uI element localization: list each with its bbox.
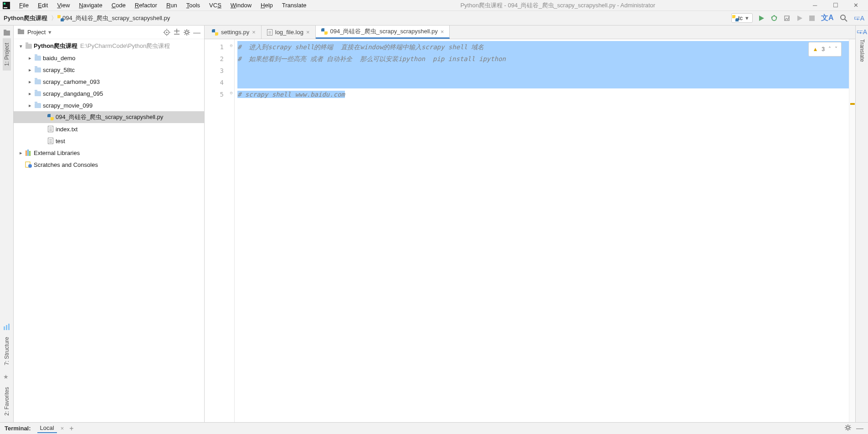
tree-item[interactable]: ▸scrapy_carhome_093 xyxy=(14,76,204,88)
project-tree[interactable]: ▾ Python爬虫课程 E:\PyCharmCode\Python爬虫课程 ▸… xyxy=(14,39,204,422)
tree-root-name: Python爬虫课程 xyxy=(34,42,77,50)
fold-gutter[interactable]: ⊖⊖ xyxy=(228,39,235,422)
editor-tab-label: log_file.log xyxy=(275,29,303,36)
run-config-name: tc xyxy=(738,15,743,21)
tree-item[interactable]: test xyxy=(14,135,204,147)
menu-window[interactable]: Window xyxy=(226,1,256,10)
editor-error-stripe[interactable] xyxy=(849,39,855,422)
chevron-right-icon[interactable]: ▸ xyxy=(26,91,34,97)
tree-item[interactable]: ▸baidu_demo xyxy=(14,52,204,64)
favorites-tool-tab[interactable]: 2: Favorites xyxy=(3,382,11,420)
chevron-down-icon[interactable]: ▾ xyxy=(48,29,51,36)
chevron-down-icon[interactable]: ˅ xyxy=(835,43,837,55)
search-everywhere-button[interactable] xyxy=(840,15,847,22)
chevron-right-icon[interactable]: ▸ xyxy=(17,150,25,156)
chevron-down-icon: ▾ xyxy=(745,15,749,21)
tree-external-libraries[interactable]: ▸ External Libraries xyxy=(14,147,204,159)
close-window-button[interactable]: ✕ xyxy=(846,0,866,11)
svg-line-37 xyxy=(188,30,189,31)
svg-point-4 xyxy=(772,16,776,21)
svg-rect-13 xyxy=(4,31,10,36)
svg-rect-38 xyxy=(26,150,27,156)
close-tab-icon[interactable]: × xyxy=(441,28,444,35)
chevron-right-icon[interactable]: ▸ xyxy=(26,55,34,61)
menu-code[interactable]: Code xyxy=(107,1,130,10)
menu-navigate[interactable]: Navigate xyxy=(74,1,107,10)
menu-view[interactable]: View xyxy=(52,1,74,10)
chevron-right-icon[interactable]: ▸ xyxy=(26,79,34,85)
project-tool-tab[interactable]: 1: Project xyxy=(3,38,11,71)
close-tab-icon[interactable]: × xyxy=(306,29,310,36)
hide-tool-window-icon[interactable]: — xyxy=(193,29,200,36)
svg-line-12 xyxy=(845,19,847,21)
chevron-up-icon[interactable]: ˄ xyxy=(828,43,831,55)
add-terminal-button[interactable]: + xyxy=(69,424,73,433)
chevron-right-icon[interactable]: ▸ xyxy=(26,67,34,73)
locate-icon[interactable] xyxy=(163,29,170,36)
tree-item[interactable]: ▸scrapy_dangdang_095 xyxy=(14,88,204,99)
tree-root[interactable]: ▾ Python爬虫课程 E:\PyCharmCode\Python爬虫课程 xyxy=(14,40,204,52)
editor-code[interactable]: ▲ 3 ˄ ˅ # 进入到scrapy shell的终端 直接在window的终… xyxy=(235,39,849,422)
tree-item-label: scrapy_58tc xyxy=(43,67,75,73)
translate-tool-tab[interactable]: Translate xyxy=(859,39,865,62)
translate-toggle-icon[interactable]: ⮓A xyxy=(854,15,864,22)
menu-edit[interactable]: Edit xyxy=(33,1,52,10)
svg-line-34 xyxy=(185,30,185,31)
chevron-down-icon[interactable]: ▾ xyxy=(17,43,25,49)
chevron-right-icon[interactable]: ▸ xyxy=(26,103,34,108)
tree-item-label: test xyxy=(56,138,65,145)
code-line[interactable]: # 如果想看到一些高亮 或者 自动补全 那么可以安装ipython pip in… xyxy=(235,53,849,65)
translate-icon[interactable]: ⮓A xyxy=(857,28,867,36)
navigation-bar: Python爬虫课程 〉 094_尚硅谷_爬虫_scrapy_scrapyshe… xyxy=(0,11,868,26)
editor-tab-label: 094_尚硅谷_爬虫_scrapy_scrapyshell.py xyxy=(330,27,438,36)
project-header-title[interactable]: Project xyxy=(27,29,46,36)
menu-vcs[interactable]: VCS xyxy=(205,1,226,10)
menu-run[interactable]: Run xyxy=(162,1,182,10)
editor-tab[interactable]: settings.py× xyxy=(206,26,262,39)
tree-item[interactable]: index.txt xyxy=(14,123,204,135)
close-icon[interactable]: × xyxy=(61,425,64,432)
gear-icon[interactable] xyxy=(183,29,190,36)
libraries-icon xyxy=(25,150,33,156)
menu-tools[interactable]: Tools xyxy=(182,1,205,10)
inspection-widget[interactable]: ▲ 3 ˄ ˅ xyxy=(808,42,842,57)
editor-gutter[interactable]: 12345 xyxy=(205,39,228,422)
code-line[interactable] xyxy=(235,77,849,88)
terminal-label[interactable]: Terminal: xyxy=(5,425,31,432)
hide-tool-window-icon[interactable]: — xyxy=(856,424,863,433)
tree-item[interactable]: ▸scrapy_58tc xyxy=(14,64,204,76)
run-button[interactable] xyxy=(758,15,765,21)
close-tab-icon[interactable]: × xyxy=(252,29,256,36)
python-file-icon xyxy=(321,28,328,35)
maximize-button[interactable]: ☐ xyxy=(825,0,846,11)
editor-tabs: settings.py×log_file.log×094_尚硅谷_爬虫_scra… xyxy=(205,26,855,39)
menu-refactor[interactable]: Refactor xyxy=(130,1,162,10)
code-line[interactable]: # 进入到scrapy shell的终端 直接在window的终端中输入scra… xyxy=(235,41,849,53)
code-line[interactable]: # scrapy shell www.baidu.com xyxy=(235,88,849,100)
editor-tab[interactable]: log_file.log× xyxy=(262,26,316,39)
menu-file[interactable]: File xyxy=(15,1,33,10)
breadcrumb-file[interactable]: 094_尚硅谷_爬虫_scrapy_scrapyshell.py xyxy=(62,14,170,22)
translate-icon[interactable]: 文A xyxy=(821,13,834,23)
coverage-button[interactable] xyxy=(784,15,790,21)
editor-tab[interactable]: 094_尚硅谷_爬虫_scrapy_scrapyshell.py× xyxy=(316,26,450,39)
debug-button[interactable] xyxy=(771,15,777,21)
structure-rail-icon xyxy=(3,323,10,331)
profile-button[interactable] xyxy=(796,15,803,21)
tree-item[interactable]: 094_尚硅谷_爬虫_scrapy_scrapyshell.py xyxy=(14,111,204,123)
code-line[interactable] xyxy=(235,65,849,77)
menu-translate[interactable]: Translate xyxy=(277,1,311,10)
structure-tool-tab[interactable]: 7: Structure xyxy=(3,332,11,370)
collapse-all-icon[interactable] xyxy=(173,29,180,36)
minimize-button[interactable]: ─ xyxy=(805,0,825,11)
menu-help[interactable]: Help xyxy=(256,1,277,10)
run-configuration-selector[interactable]: tc ▾ xyxy=(731,13,753,23)
terminal-tab-local[interactable]: Local xyxy=(37,424,57,433)
stop-button[interactable] xyxy=(809,16,815,21)
breadcrumb-root[interactable]: Python爬虫课程 xyxy=(4,14,47,22)
tree-scratches[interactable]: Scratches and Consoles xyxy=(14,159,204,170)
tree-item[interactable]: ▸scrapy_movie_099 xyxy=(14,99,204,111)
scratches-icon xyxy=(25,161,33,168)
app-icon xyxy=(2,1,11,10)
gear-icon[interactable] xyxy=(844,424,852,433)
